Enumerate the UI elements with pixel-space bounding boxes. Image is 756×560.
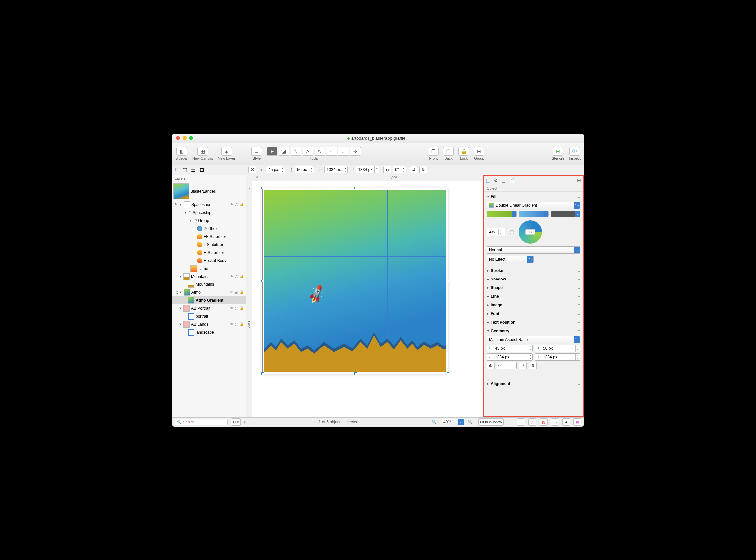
tool-point[interactable]: # bbox=[338, 147, 349, 156]
print-icon[interactable]: 🖨 bbox=[235, 203, 238, 206]
sidebar-toggle-icon[interactable]: ◧ bbox=[176, 147, 187, 156]
obj-rocket-body[interactable]: Rocket Body bbox=[172, 257, 246, 264]
tool-shape[interactable]: ◪ bbox=[279, 147, 289, 156]
tool-stamp[interactable]: ✢ bbox=[351, 147, 361, 156]
atmo-gradient-object[interactable]: 🚀 bbox=[264, 190, 446, 372]
tool-line[interactable]: ╲ bbox=[291, 147, 301, 156]
artboard[interactable]: 🚀 bbox=[262, 188, 448, 374]
rotation-field[interactable]: 0°▴▾ bbox=[393, 166, 405, 173]
fill-color-3[interactable]: ⌄ bbox=[550, 211, 581, 217]
alignment-section-header[interactable]: ▶Alignment≡ bbox=[487, 380, 581, 387]
ruler-horizontal[interactable]: 01,000 bbox=[246, 175, 483, 181]
fill-type-select[interactable]: Double Linear Gradient⌃⌄ bbox=[487, 202, 581, 209]
fill-effect-select[interactable]: No Effect⌃⌄ bbox=[487, 256, 533, 263]
zoom-in-icon[interactable]: 🔍+ bbox=[468, 420, 475, 424]
obj-portrait[interactable]: portrait bbox=[172, 313, 246, 320]
new-canvas-icon[interactable]: ▦ bbox=[197, 147, 208, 156]
obj-porthole[interactable]: Porthole bbox=[172, 225, 246, 233]
midpoint-field[interactable]: 43%▴▾ bbox=[487, 227, 505, 236]
flip-v-icon[interactable]: ⇅ bbox=[419, 166, 427, 173]
obj-landscape[interactable]: landscape bbox=[172, 328, 246, 336]
obj-mountains[interactable]: Mountains bbox=[172, 280, 246, 288]
obj-ff-stabilizer[interactable]: FF Stabilizer bbox=[172, 233, 246, 241]
style-rect-icon[interactable]: ▭ bbox=[551, 418, 559, 425]
group-icon[interactable]: ⊞ bbox=[474, 147, 484, 156]
back-icon[interactable]: ❏ bbox=[443, 147, 454, 156]
inspect-icon[interactable]: ⓘ bbox=[569, 147, 580, 156]
style-none-icon[interactable] bbox=[517, 418, 525, 425]
ruler-toggle-icon[interactable]: ⦀ bbox=[244, 420, 246, 424]
search-input[interactable]: 🔍 Search bbox=[174, 419, 228, 425]
obj-l-stabilizer[interactable]: L Stabilizer bbox=[172, 241, 246, 248]
line-section-header[interactable]: ▶Line≡ bbox=[487, 293, 581, 300]
obj-r-stabilizer[interactable]: R Stabilizer bbox=[172, 248, 246, 257]
w-field[interactable]: 1334 px▴▾ bbox=[324, 166, 348, 173]
geo-y-field[interactable]: ⤒50 px▴▾ bbox=[534, 345, 581, 352]
canvas-row[interactable]: BlasterLander! bbox=[172, 182, 246, 201]
front-icon[interactable]: ❐ bbox=[428, 147, 439, 156]
layer-spaceship[interactable]: ✎▼ Spaceship 👁🖨🔓 bbox=[172, 201, 246, 208]
midpoint-slider[interactable] bbox=[509, 222, 515, 242]
selection-tab-icon[interactable]: ⊡ bbox=[200, 167, 204, 173]
style-text-icon[interactable]: A bbox=[562, 418, 570, 425]
layer-atmo[interactable]: ⬚▼Atmo👁🖨🔓 bbox=[172, 288, 246, 297]
geo-x-field[interactable]: ⇤45 px▴▾ bbox=[487, 345, 532, 352]
obj-flame[interactable]: flame bbox=[172, 264, 246, 273]
stencils-icon[interactable]: ⊞ bbox=[552, 147, 563, 156]
textpos-section-header[interactable]: ▶Text Position≡ bbox=[487, 319, 581, 326]
zoom-select[interactable]: 40%⌄ bbox=[441, 419, 464, 425]
geo-flip-h-icon[interactable]: ⇄ bbox=[519, 362, 527, 369]
group-inner[interactable]: ▼⬚Group bbox=[172, 217, 246, 225]
object-inspector-icon[interactable]: ⬚ bbox=[486, 178, 490, 183]
outline-tab-icon[interactable]: ☰ bbox=[191, 167, 196, 173]
layers-tab-icon[interactable]: ≋ bbox=[174, 167, 178, 173]
style-nostroke-icon[interactable]: ╱ bbox=[528, 418, 536, 425]
ruler-origin-icon[interactable]: ⦿ bbox=[248, 166, 256, 173]
canvas[interactable]: 🚀 bbox=[252, 181, 483, 417]
layer-ab-landscape[interactable]: ▼AB:Lands...👁⬚🔓 bbox=[172, 320, 246, 328]
new-layer-icon[interactable]: ◈ bbox=[222, 147, 232, 156]
shadow-section-header[interactable]: ▶Shadow≡ bbox=[487, 276, 581, 283]
ruler-vertical[interactable]: 01,000 bbox=[246, 181, 252, 417]
blend-mode-select[interactable]: Normal⌃⌄ bbox=[487, 246, 581, 254]
guides-tab-icon[interactable]: ▢ bbox=[182, 167, 187, 173]
gear-icon[interactable]: ⚙ ▾ bbox=[231, 418, 241, 425]
eye-icon[interactable]: 👁 bbox=[230, 203, 233, 206]
geometry-section-header[interactable]: ▼Geometry≡ bbox=[487, 327, 581, 335]
obj-atmo-gradient[interactable]: Atmo Gradient bbox=[172, 297, 246, 304]
shape-section-header[interactable]: ▶Shape≡ bbox=[487, 284, 581, 292]
geo-rot-field[interactable]: 0° bbox=[497, 362, 517, 369]
y-field[interactable]: 50 px▴▾ bbox=[295, 166, 314, 173]
h-field[interactable]: 1334 px▴▾ bbox=[356, 166, 379, 173]
zoom-out-icon[interactable]: 🔍- bbox=[432, 420, 438, 424]
flip-h-icon[interactable]: ⇄ bbox=[410, 166, 418, 173]
geo-h-field[interactable]: ↕1334 px▴▾ bbox=[534, 353, 581, 361]
fill-color-2[interactable]: ⌄ bbox=[519, 211, 549, 217]
layer-ab-portrait[interactable]: ▼AB:Portrait👁⬚🔓 bbox=[172, 304, 246, 313]
canvas-inspector-icon[interactable]: ▢ bbox=[501, 178, 506, 183]
tool-artboard[interactable]: ⎐ bbox=[327, 147, 337, 156]
x-field[interactable]: 45 px▴▾ bbox=[266, 166, 285, 173]
section-menu-icon[interactable]: ≡ bbox=[579, 195, 581, 199]
gradient-angle-wheel[interactable]: 98° bbox=[519, 220, 542, 244]
group-spaceship[interactable]: ▼⬚Spaceship bbox=[172, 208, 246, 217]
image-section-header[interactable]: ▶Image≡ bbox=[487, 301, 581, 309]
style-icon[interactable]: ▭ bbox=[251, 147, 262, 156]
layer-mountains[interactable]: ▼Mountains👁🖨🔓 bbox=[172, 273, 246, 280]
geo-flip-v-icon[interactable]: ⇅ bbox=[529, 362, 537, 369]
style-textbox-icon[interactable]: ⊞ bbox=[573, 418, 582, 425]
stroke-section-header[interactable]: ▶Stroke≡ bbox=[487, 267, 581, 274]
fill-section-header[interactable]: ▼Fill≡ bbox=[487, 193, 581, 200]
rotation-icon[interactable]: ◐ bbox=[383, 166, 391, 173]
tool-pen[interactable]: ✎ bbox=[315, 147, 325, 156]
style-nofill-icon[interactable]: ▨ bbox=[540, 418, 548, 425]
tool-text[interactable]: A bbox=[302, 147, 313, 156]
geo-w-field[interactable]: ↔1334 px▴▾ bbox=[487, 353, 532, 361]
lock-icon[interactable]: 🔒 bbox=[459, 147, 469, 156]
font-section-header[interactable]: ▶Font≡ bbox=[487, 310, 581, 317]
aspect-ratio-select[interactable]: Maintain Aspect Ratio⌃⌄ bbox=[487, 336, 581, 343]
tool-select[interactable]: ➤ bbox=[267, 147, 277, 156]
lock-open-icon[interactable]: 🔓 bbox=[240, 203, 244, 206]
document-inspector-icon[interactable]: 📄 bbox=[509, 178, 514, 183]
fit-window-button[interactable]: Fit in Window bbox=[478, 418, 504, 425]
